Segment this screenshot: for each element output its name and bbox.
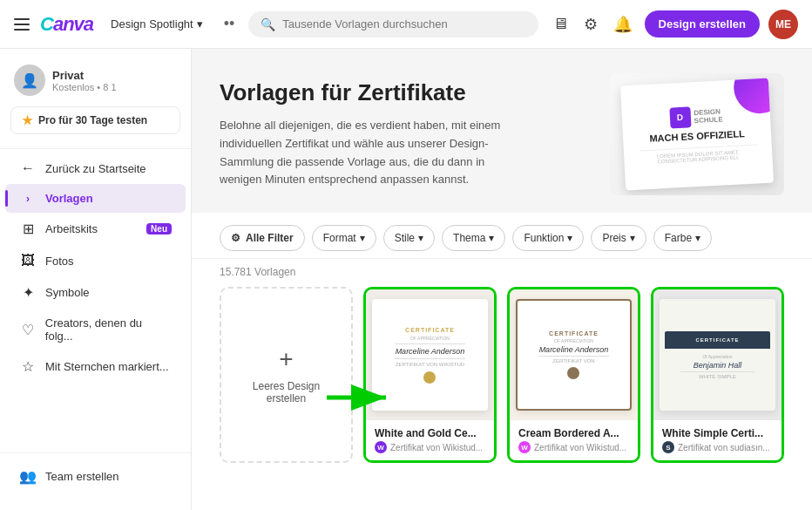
hero-card-main-text: MACH ES OFFIZIELL [649,128,745,145]
template-card-3[interactable]: CERTIFICATE Of Appreciation Benjamin Hal… [651,287,784,463]
star-icon: ★ [22,113,33,127]
hero-card-sub: LOREM IPSUM DOLOR SIT AMET,CONSECTETUR A… [657,150,740,165]
template-by-3: S Zertifikat von sudiasın... [662,441,773,453]
pro-trial-button[interactable]: ★ Pro für 30 Tage testen [10,106,180,134]
profile-avatar: 👤 [14,65,45,96]
search-bar[interactable]: 🔍 [248,11,538,37]
content-area: Vorlagen für Zertifikate Belohne all die… [192,49,812,510]
template-card-2[interactable]: CERTIFICATE OF APPRECIATION Marceline An… [507,287,640,463]
sidebar-item-creators[interactable]: ♡ Creators, denen du folg... [5,309,186,350]
chevron-down-icon: ▾ [360,232,365,244]
chevron-down-icon: ▾ [418,232,423,244]
cert-preview-1: CERTIFICATE OF APPRECIATION Marceline An… [372,299,487,411]
preis-filter-button[interactable]: Preis ▾ [591,225,646,251]
format-filter-button[interactable]: Format ▾ [312,225,376,251]
cert-preview-3: CERTIFICATE Of Appreciation Benjamin Hal… [660,299,775,411]
templates-area: 15.781 Vorlagen + Leeres Design erstelle… [192,259,812,477]
template-by-2: W Zertifikat von Wikistud... [518,441,629,453]
template-card-1[interactable]: CERTIFICATE OF APPRECIATION Marceline An… [363,287,497,463]
chevron-down-icon: ▾ [695,232,700,244]
filter-bar: ⚙ Alle Filter Format ▾ Stile ▾ Thema ▾ F… [192,213,812,259]
canva-logo: Canva [40,13,93,36]
farbe-filter-button[interactable]: Farbe ▾ [653,225,712,251]
hero-card: D DESIGNSCHULE MACH ES OFFIZIELL LOREM I… [620,78,774,191]
grid-icon: ⊞ [19,221,37,237]
sidebar-item-fotos[interactable]: 🖼 Fotos [5,245,186,276]
top-navigation: Canva Design Spotlight ▾ •• 🔍 🖥 ⚙ 🔔 Desi… [0,0,812,49]
hamburger-menu[interactable] [14,18,30,31]
stile-filter-button[interactable]: Stile ▾ [383,225,435,251]
template-thumb-3: CERTIFICATE Of Appreciation Benjamin Hal… [653,289,782,420]
plus-icon: + [279,345,293,373]
create-design-button[interactable]: Design erstellen [645,10,760,37]
sidebar-item-back[interactable]: ← Zurück zu Startseite [5,153,186,184]
sidebar-item-starred[interactable]: ☆ Mit Sternchen markiert... [5,350,186,383]
template-info-3: White Simple Certi... S Zertifikat von s… [653,420,782,460]
avatar[interactable]: ME [768,10,798,39]
thema-filter-button[interactable]: Thema ▾ [442,225,505,251]
nav-right: 🖥 ⚙ 🔔 Design erstellen ME [549,10,798,39]
template-name-3: White Simple Certi... [662,427,773,439]
count-row: 15.781 Vorlagen [220,266,784,278]
arrow-left-icon: ← [19,160,37,176]
hero-card-accent [733,78,774,115]
monitor-icon[interactable]: 🖥 [549,11,572,37]
heart-icon: ♡ [19,322,37,338]
star-outline-icon: ☆ [19,358,37,375]
profile-section: 👤 Privat Kostenlos • 8 1 [0,59,191,106]
chevron-right-icon: › [19,193,37,205]
sidebar-item-vorlagen[interactable]: › Vorlagen [5,184,186,213]
templates-grid: + Leeres Design erstellen CERTIFICATE OF… [220,287,784,463]
new-badge: Neu [146,223,172,235]
profile-name: Privat [52,69,117,82]
sidebar-divider [0,148,191,149]
hero-section: Vorlagen für Zertifikate Belohne all die… [192,49,812,213]
hero-description: Belohne all diejenigen, die es verdient … [220,117,516,189]
chevron-down-icon: ▾ [197,17,203,31]
hero-text: Vorlagen für Zertifikate Belohne all die… [220,79,589,189]
funktion-filter-button[interactable]: Funktion ▾ [512,225,584,251]
chevron-down-icon: ▾ [567,232,572,244]
sidebar-item-team[interactable]: 👥 Team erstellen [5,460,186,493]
profile-sub: Kostenlos • 8 1 [52,82,117,92]
template-thumb-2: CERTIFICATE OF APPRECIATION Marceline An… [510,289,638,420]
search-input[interactable] [282,17,525,31]
main-layout: 👤 Privat Kostenlos • 8 1 ★ Pro für 30 Ta… [0,49,812,510]
template-info-2: Cream Bordered A... W Zertifikat von Wik… [510,420,638,460]
profile-info: Privat Kostenlos • 8 1 [52,69,117,92]
template-name-2: Cream Bordered A... [518,427,629,439]
photos-icon: 🖼 [19,253,37,269]
filter-icon: ⚙ [231,232,240,244]
sidebar-item-symbole[interactable]: ✦ Symbole [5,276,186,309]
chevron-down-icon: ▾ [630,232,635,244]
chevron-down-icon: ▾ [489,232,494,244]
hero-title: Vorlagen für Zertifikate [220,79,589,106]
template-thumb-1: CERTIFICATE OF APPRECIATION Marceline An… [366,289,494,420]
hero-image: D DESIGNSCHULE MACH ES OFFIZIELL LOREM I… [610,73,784,195]
template-info-1: White and Gold Ce... W Zertifikat von Wi… [366,420,494,460]
template-name-1: White and Gold Ce... [375,427,485,439]
more-nav-icon[interactable]: •• [220,15,239,33]
template-avatar-1: W [375,441,387,453]
settings-icon[interactable]: ⚙ [580,11,601,37]
design-spotlight-button[interactable]: Design Spotlight ▾ [104,14,210,34]
sidebar: 👤 Privat Kostenlos • 8 1 ★ Pro für 30 Ta… [0,49,192,510]
bell-icon[interactable]: 🔔 [610,11,636,37]
shapes-icon: ✦ [19,284,37,301]
search-icon: 🔍 [261,17,275,31]
all-filters-button[interactable]: ⚙ Alle Filter [220,225,305,251]
sidebar-item-arbeitskits[interactable]: ⊞ Arbeitskits Neu [5,213,186,245]
create-new-card[interactable]: + Leeres Design erstellen [220,287,353,463]
team-icon: 👥 [19,468,37,485]
template-avatar-2: W [518,441,531,453]
create-label: Leeres Design erstellen [239,380,334,405]
template-by-1: W Zertifikat von Wikistud... [375,441,485,453]
design-logo: D [669,106,691,128]
hero-card-top: D DESIGNSCHULE [669,105,723,128]
template-avatar-3: S [662,441,674,453]
sidebar-bottom: 👥 Team erstellen [0,452,191,500]
cert-preview-2: CERTIFICATE OF APPRECIATION Marceline An… [516,299,631,411]
